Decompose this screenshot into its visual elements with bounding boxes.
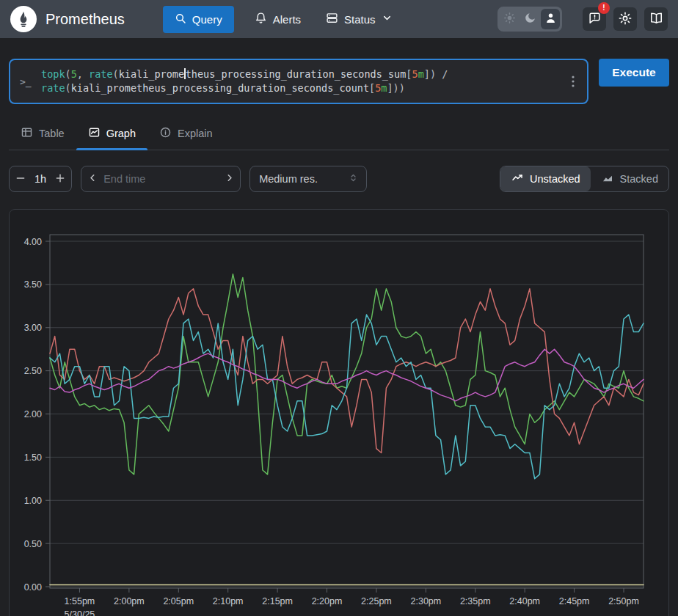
graph-icon xyxy=(88,126,101,141)
minus-icon xyxy=(15,172,26,186)
time-back-button[interactable] xyxy=(81,166,103,191)
query-options-menu-button[interactable] xyxy=(565,71,581,92)
decrease-range-button[interactable] xyxy=(10,166,32,191)
time-forward-button[interactable] xyxy=(218,166,240,191)
svg-text:2:50pm: 2:50pm xyxy=(608,596,639,606)
nav-status-button[interactable]: Status xyxy=(321,6,397,32)
resolution-value: Medium res. xyxy=(259,173,318,185)
svg-text:2:30pm: 2:30pm xyxy=(411,596,442,606)
navbar-right: ! xyxy=(497,7,668,32)
svg-text:4.00: 4.00 xyxy=(24,237,42,247)
theme-dark-button[interactable] xyxy=(520,9,539,29)
chevron-up-down-icon xyxy=(348,172,359,186)
theme-toggle xyxy=(497,7,562,32)
notification-count-badge: ! xyxy=(598,2,610,14)
end-time-control xyxy=(81,166,241,192)
app-title: Prometheus xyxy=(45,11,125,28)
moon-icon xyxy=(524,12,536,26)
svg-text:2:35pm: 2:35pm xyxy=(460,596,491,606)
theme-light-button[interactable] xyxy=(500,9,519,29)
line-chart-icon xyxy=(511,172,524,187)
main-nav: Query Alerts Status xyxy=(163,6,397,33)
person-icon xyxy=(544,12,557,26)
plus-icon xyxy=(54,172,66,186)
nav-alerts-button[interactable]: Alerts xyxy=(250,6,305,32)
settings-button[interactable] xyxy=(613,7,637,31)
svg-text:2:10pm: 2:10pm xyxy=(213,596,244,606)
end-time-input[interactable] xyxy=(103,167,218,191)
svg-text:2.00: 2.00 xyxy=(24,409,42,419)
query-row: >_ topk(5, rate(kiali_prometheus_process… xyxy=(9,59,669,104)
svg-text:3.00: 3.00 xyxy=(24,323,42,333)
stacked-button[interactable]: Stacked xyxy=(591,166,668,191)
tab-graph[interactable]: Graph xyxy=(76,120,147,150)
svg-text:2:25pm: 2:25pm xyxy=(361,596,392,606)
area-chart-icon xyxy=(601,172,614,187)
query-expression-line-1: topk(5, rate(kiali_prometheus_processing… xyxy=(41,67,562,81)
svg-text:3.50: 3.50 xyxy=(24,279,42,290)
chevron-right-icon xyxy=(224,172,235,186)
table-icon xyxy=(21,126,33,141)
svg-text:5/30/25: 5/30/25 xyxy=(65,609,95,616)
range-value[interactable]: 1h xyxy=(32,173,49,185)
nav-query-button[interactable]: Query xyxy=(163,6,234,33)
query-input[interactable]: >_ topk(5, rate(kiali_prometheus_process… xyxy=(9,59,588,104)
notifications-button[interactable]: ! xyxy=(583,7,606,31)
svg-text:1.50: 1.50 xyxy=(24,452,42,463)
chevron-left-icon xyxy=(87,172,98,186)
result-tabs: Table Graph Explain xyxy=(9,120,669,150)
svg-text:2:05pm: 2:05pm xyxy=(163,596,194,606)
message-exclamation-icon xyxy=(588,11,602,27)
bell-icon xyxy=(255,12,267,26)
graph-controls: 1h Medium res. xyxy=(9,166,669,192)
info-icon xyxy=(159,126,172,141)
documentation-button[interactable] xyxy=(644,7,668,31)
sun-icon xyxy=(503,12,516,26)
svg-text:0.00: 0.00 xyxy=(24,582,42,593)
svg-text:2:20pm: 2:20pm xyxy=(312,596,343,606)
svg-text:0.50: 0.50 xyxy=(24,539,42,549)
book-icon xyxy=(649,11,663,27)
svg-text:2:45pm: 2:45pm xyxy=(559,596,590,606)
server-icon xyxy=(326,12,338,26)
search-icon xyxy=(175,12,186,26)
increase-range-button[interactable] xyxy=(49,166,71,191)
chevron-down-icon xyxy=(382,12,393,26)
prometheus-logo-icon xyxy=(10,6,37,32)
time-series-chart[interactable]: 0.000.501.001.502.002.503.003.504.001:55… xyxy=(10,210,668,616)
svg-text:1.00: 1.00 xyxy=(24,496,42,506)
gear-icon xyxy=(618,11,633,28)
unstacked-button[interactable]: Unstacked xyxy=(500,166,591,191)
tab-explain[interactable]: Explain xyxy=(147,120,225,150)
execute-button[interactable]: Execute xyxy=(599,59,669,87)
svg-text:1:55pm: 1:55pm xyxy=(65,596,95,606)
svg-text:2:00pm: 2:00pm xyxy=(114,596,145,606)
svg-text:2.50: 2.50 xyxy=(24,366,42,376)
range-control: 1h xyxy=(9,166,72,192)
theme-system-button[interactable] xyxy=(541,9,560,29)
tab-table[interactable]: Table xyxy=(9,120,76,150)
stacking-toggle: Unstacked Stacked xyxy=(500,166,669,192)
query-expression-line-2: rate(kiali_prometheus_processing_duratio… xyxy=(41,81,562,95)
graph-panel: 0.000.501.001.502.002.503.003.504.001:55… xyxy=(9,209,669,616)
svg-text:2:15pm: 2:15pm xyxy=(262,596,293,606)
top-navbar: Prometheus Query Alerts xyxy=(0,0,678,38)
terminal-prompt-icon: >_ xyxy=(20,76,32,87)
resolution-select[interactable]: Medium res. xyxy=(249,166,367,192)
svg-text:2:40pm: 2:40pm xyxy=(509,596,540,606)
